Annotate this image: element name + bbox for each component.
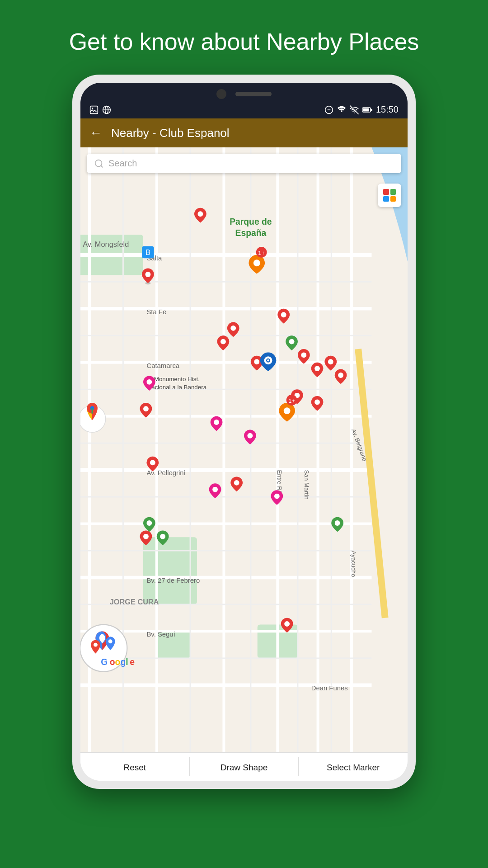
svg-text:g: g [120, 657, 126, 667]
svg-point-63 [230, 326, 236, 331]
bottom-toolbar: Reset Draw Shape Select Marker [80, 752, 408, 781]
svg-point-71 [143, 406, 149, 411]
reset-button[interactable]: Reset [80, 753, 189, 781]
svg-point-100 [108, 639, 113, 643]
svg-text:G: G [101, 657, 108, 667]
svg-point-76 [143, 534, 149, 539]
svg-point-68 [328, 359, 333, 364]
page-title: Get to know about Nearby Places [33, 0, 455, 75]
battery-icon [362, 107, 372, 113]
svg-point-62 [221, 339, 226, 344]
wifi-icon [337, 105, 346, 114]
signal-off-icon [350, 105, 359, 114]
svg-point-82 [274, 494, 280, 499]
svg-point-81 [212, 487, 218, 492]
svg-text:España: España [235, 228, 267, 238]
svg-point-64 [281, 312, 286, 317]
svg-text:JORGE CURA: JORGE CURA [110, 598, 159, 606]
dnd-icon [324, 105, 333, 114]
svg-text:Bv. 27 de Febrero: Bv. 27 de Febrero [146, 577, 200, 584]
svg-text:Bv. Seguí: Bv. Seguí [146, 631, 175, 638]
svg-text:o: o [115, 657, 121, 667]
search-placeholder: Search [108, 158, 137, 169]
svg-point-65 [254, 359, 259, 364]
svg-text:l: l [126, 657, 128, 667]
svg-point-91 [284, 407, 291, 414]
map-container[interactable]: Av. Mongsfeld Catamarca Sta Fe Salta Av.… [80, 147, 408, 752]
draw-shape-button[interactable]: Draw Shape [190, 753, 299, 781]
status-time: 15:50 [376, 104, 399, 115]
svg-text:Sta Fe: Sta Fe [146, 308, 166, 316]
svg-text:Catamarca: Catamarca [146, 362, 179, 369]
phone-top-bar [80, 83, 408, 103]
status-bar: 15:50 [80, 103, 408, 118]
svg-text:Monumento Hist.: Monumento Hist. [154, 376, 200, 382]
status-left-icons [89, 105, 111, 114]
grid-icon [383, 189, 396, 202]
layers-button[interactable] [378, 184, 401, 207]
svg-point-78 [146, 379, 152, 385]
svg-point-87 [335, 520, 340, 526]
svg-rect-0 [90, 106, 98, 113]
select-marker-label: Select Marker [327, 763, 380, 773]
globe-icon [102, 105, 111, 114]
svg-text:e: e [130, 657, 135, 667]
svg-text:Dean Funes: Dean Funes [311, 684, 348, 692]
app-bar-title: Nearby - Club Espanol [111, 126, 230, 140]
image-icon [89, 105, 99, 114]
svg-point-77 [284, 621, 290, 627]
svg-text:Nacional a la Bandera: Nacional a la Bandera [147, 384, 207, 391]
svg-text:B: B [145, 248, 150, 256]
svg-point-84 [289, 339, 295, 344]
phone-frame: 15:50 ← Nearby - Club Espanol [72, 75, 416, 789]
svg-text:Ayacucho: Ayacucho [350, 551, 357, 577]
svg-rect-6 [363, 108, 369, 111]
svg-point-73 [314, 400, 320, 405]
svg-text:Av. Mongsfeld: Av. Mongsfeld [83, 240, 129, 248]
svg-text:San Martín: San Martín [303, 470, 310, 500]
camera-dot [216, 89, 226, 99]
status-right-icons: 15:50 [324, 104, 399, 115]
svg-text:o: o [110, 657, 115, 667]
svg-text:Parque de: Parque de [230, 217, 272, 226]
search-icon [94, 159, 104, 169]
back-button[interactable]: ← [89, 126, 102, 140]
svg-point-83 [197, 211, 203, 217]
svg-text:1+: 1+ [258, 250, 265, 256]
svg-point-101 [94, 643, 98, 647]
speaker [235, 92, 272, 96]
select-marker-button[interactable]: Select Marker [299, 753, 408, 781]
svg-point-66 [301, 352, 306, 358]
search-bar[interactable]: Search [87, 154, 401, 173]
svg-point-74 [150, 460, 155, 465]
svg-point-79 [214, 420, 219, 425]
svg-point-96 [267, 359, 269, 361]
svg-rect-9 [143, 537, 197, 604]
phone-inner: 15:50 ← Nearby - Club Espanol [80, 83, 408, 781]
svg-text:1+: 1+ [288, 397, 295, 404]
svg-point-108 [95, 160, 102, 166]
reset-label: Reset [124, 763, 146, 773]
svg-point-61 [145, 272, 150, 277]
svg-point-80 [247, 433, 253, 439]
svg-point-88 [253, 259, 260, 266]
svg-point-85 [146, 520, 152, 526]
svg-point-75 [234, 480, 239, 486]
draw-shape-label: Draw Shape [221, 763, 268, 773]
svg-point-69 [338, 373, 343, 378]
svg-point-1 [92, 108, 93, 109]
svg-point-67 [314, 366, 320, 371]
app-bar: ← Nearby - Club Espanol [80, 118, 408, 147]
svg-point-86 [160, 534, 165, 539]
